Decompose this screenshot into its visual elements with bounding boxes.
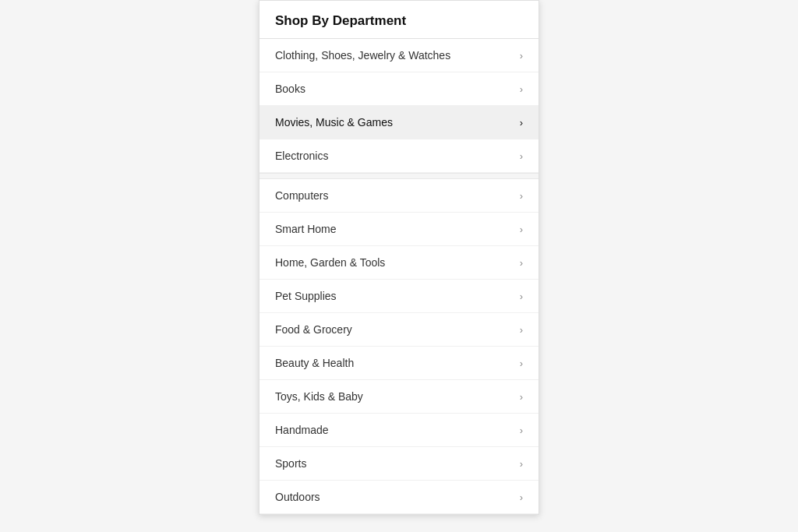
chevron-right-icon: › (520, 291, 523, 302)
chevron-right-icon: › (520, 324, 523, 336)
menu-item-food-grocery[interactable]: Food & Grocery› (260, 313, 538, 347)
menu-item-label-clothing: Clothing, Shoes, Jewelry & Watches (275, 49, 450, 62)
menu-title: Shop By Department (275, 13, 523, 29)
menu-item-label-pet-supplies: Pet Supplies (275, 290, 337, 302)
menu-item-label-books: Books (275, 83, 305, 95)
chevron-right-icon: › (520, 150, 523, 162)
menu-item-beauty-health[interactable]: Beauty & Health› (260, 347, 538, 380)
menu-item-pet-supplies[interactable]: Pet Supplies› (260, 280, 538, 313)
menu-header: Shop By Department (260, 1, 538, 39)
chevron-right-icon: › (520, 50, 523, 62)
chevron-right-icon: › (520, 190, 523, 202)
menu-item-home-garden[interactable]: Home, Garden & Tools› (260, 246, 538, 280)
menu-item-label-computers: Computers (275, 189, 328, 202)
chevron-right-icon: › (520, 491, 523, 503)
menu-item-electronics[interactable]: Electronics› (260, 139, 538, 173)
menu-item-label-outdoors: Outdoors (275, 491, 320, 503)
menu-item-smart-home[interactable]: Smart Home› (260, 213, 538, 246)
menu-item-movies[interactable]: Movies, Music & Games› (260, 106, 538, 139)
chevron-right-icon: › (520, 257, 523, 269)
menu-item-label-food-grocery: Food & Grocery (275, 323, 352, 336)
menu-items-list: Clothing, Shoes, Jewelry & Watches›Books… (260, 39, 538, 514)
chevron-right-icon: › (520, 83, 523, 95)
menu-item-label-home-garden: Home, Garden & Tools (275, 256, 385, 269)
chevron-right-icon: › (520, 425, 523, 436)
menu-item-label-toys-kids: Toys, Kids & Baby (275, 390, 363, 403)
menu-item-books[interactable]: Books› (260, 72, 538, 106)
menu-item-clothing[interactable]: Clothing, Shoes, Jewelry & Watches› (260, 39, 538, 72)
menu-item-label-beauty-health: Beauty & Health (275, 357, 354, 369)
menu-item-outdoors[interactable]: Outdoors› (260, 481, 538, 514)
menu-item-label-smart-home: Smart Home (275, 223, 337, 235)
menu-item-label-handmade: Handmade (275, 424, 329, 436)
chevron-right-icon: › (520, 458, 523, 470)
menu-item-label-electronics: Electronics (275, 150, 328, 162)
chevron-right-icon: › (520, 391, 523, 403)
chevron-right-icon: › (520, 358, 523, 369)
shop-by-department-menu: Shop By Department Clothing, Shoes, Jewe… (259, 0, 539, 515)
menu-divider (260, 173, 538, 179)
menu-item-computers[interactable]: Computers› (260, 179, 538, 213)
menu-item-sports[interactable]: Sports› (260, 447, 538, 481)
menu-item-toys-kids[interactable]: Toys, Kids & Baby› (260, 380, 538, 414)
menu-item-label-movies: Movies, Music & Games (275, 116, 393, 129)
chevron-right-icon: › (520, 224, 523, 235)
chevron-right-icon: › (520, 117, 523, 129)
menu-item-label-sports: Sports (275, 457, 306, 470)
menu-item-handmade[interactable]: Handmade› (260, 414, 538, 447)
